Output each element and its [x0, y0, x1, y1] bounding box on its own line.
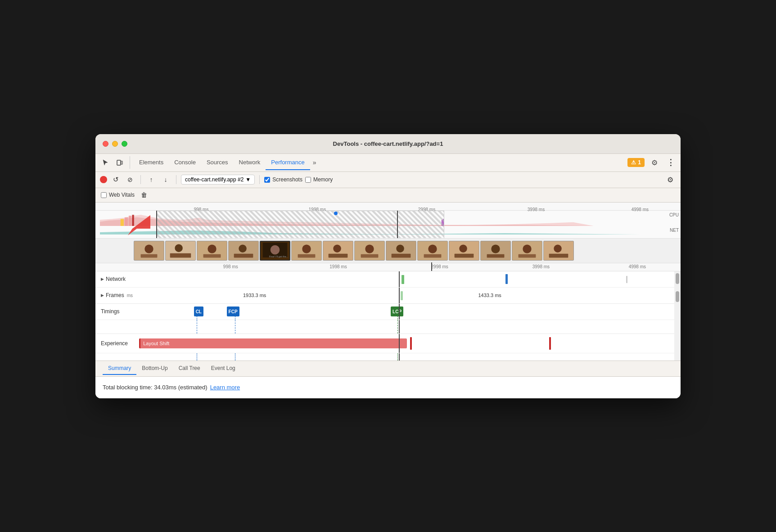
timings-track-label[interactable]: Timings: [95, 308, 134, 315]
screenshot-thumb-6[interactable]: [291, 241, 322, 261]
network-bar-1: [402, 275, 404, 284]
tab-network[interactable]: Network: [234, 155, 266, 170]
selection-start-line: [156, 211, 157, 239]
experience-track-content: Layout Shift: [134, 334, 681, 353]
screenshot-thumb-13[interactable]: [512, 241, 542, 261]
screenshot-thumb-8[interactable]: [354, 241, 385, 261]
devtools-tab-bar: Elements Console Sources Network Perform…: [95, 154, 681, 172]
maximize-button[interactable]: [122, 141, 127, 147]
tab-event-log[interactable]: Event Log: [206, 362, 241, 375]
screenshot-thumb-1[interactable]: [134, 241, 164, 261]
overview-panel[interactable]: 998 ms 1998 ms 2998 ms 3998 ms 4998 ms: [95, 203, 681, 239]
web-vitals-checkbox[interactable]: [101, 192, 107, 198]
tab-bottom-up[interactable]: Bottom-Up: [136, 362, 173, 375]
svg-point-27: [302, 244, 311, 253]
timings-extension-content: [134, 320, 681, 334]
screenshots-checkbox[interactable]: [264, 177, 270, 183]
scrollbar-thumb-frames[interactable]: [676, 291, 679, 302]
svg-rect-21: [234, 253, 253, 257]
layout-shift-bar[interactable]: Layout Shift: [139, 338, 407, 348]
scrollbar-thumb-network[interactable]: [676, 273, 679, 284]
issues-count: 1: [638, 159, 641, 166]
screenshot-thumb-10[interactable]: [417, 241, 448, 261]
svg-rect-12: [141, 254, 158, 257]
exp-selection-line: [399, 334, 400, 353]
experience-track-label[interactable]: Experience: [95, 340, 134, 347]
frames-selection-line: [399, 288, 400, 303]
frames-expand-icon[interactable]: ▶: [101, 293, 104, 298]
svg-point-42: [459, 244, 467, 252]
frames-label-text: Frames: [106, 292, 124, 298]
profile-selector[interactable]: coffee-cart.netlify.app #2 ▼: [181, 175, 255, 185]
svg-point-14: [175, 244, 182, 252]
svg-rect-37: [392, 253, 411, 257]
timing-badge-fcp[interactable]: FCP: [227, 307, 239, 316]
screenshots-strip: .coffee-thumb { width: 68px; height: 44p…: [95, 239, 681, 263]
screenshots-label: Screenshots: [272, 176, 302, 183]
exp-label-spacer: [95, 353, 134, 361]
tab-performance[interactable]: Performance: [266, 155, 310, 170]
cl-dashed-line: [197, 314, 197, 320]
track-area: ▶ Network ▶ Frames: [95, 271, 681, 361]
settings-icon[interactable]: ⚙: [648, 156, 661, 169]
svg-point-24: [271, 245, 280, 254]
red-arrow-indicator: [128, 213, 153, 237]
web-vitals-trash-icon[interactable]: 🗑: [138, 189, 150, 201]
toolbar-separator-1: [140, 175, 141, 184]
screenshot-thumb-3[interactable]: [197, 241, 227, 261]
issues-badge[interactable]: ⚠ 1: [627, 158, 645, 167]
tab-summary[interactable]: Summary: [103, 362, 136, 375]
network-expand-icon[interactable]: ▶: [101, 277, 104, 281]
screenshot-thumb-11[interactable]: [449, 241, 479, 261]
svg-point-48: [523, 244, 531, 253]
timings-track-row: Timings CL FCP LCP: [95, 304, 681, 320]
tab-sources[interactable]: Sources: [201, 155, 234, 170]
svg-marker-3: [128, 229, 137, 235]
tab-elements[interactable]: Elements: [134, 155, 169, 170]
record-button[interactable]: [100, 176, 107, 183]
tab-console[interactable]: Console: [169, 155, 201, 170]
screenshot-thumb-9[interactable]: [386, 241, 416, 261]
frames-track-label[interactable]: ▶ Frames ms: [95, 292, 134, 298]
download-button[interactable]: ↓: [160, 174, 171, 185]
tab-call-tree[interactable]: Call Tree: [173, 362, 206, 375]
vertical-scrollbar[interactable]: [674, 271, 681, 361]
minimize-button[interactable]: [112, 141, 118, 147]
screenshot-thumb-4[interactable]: [228, 241, 259, 261]
svg-rect-1: [121, 161, 122, 164]
timings-extension-row: [95, 320, 681, 334]
learn-more-link[interactable]: Learn more: [210, 384, 240, 391]
timeline-area: 998 ms 1998 ms 2998 ms 3998 ms 4998 ms: [95, 203, 681, 361]
title-bar: DevTools - coffee-cart.netlify.app/?ad=1: [95, 134, 681, 154]
network-track-label[interactable]: ▶ Network: [95, 276, 134, 282]
more-tabs-icon[interactable]: »: [310, 157, 319, 168]
fcp-dashed-ext: [235, 320, 235, 334]
screenshot-thumb-7[interactable]: [323, 241, 353, 261]
screenshot-thumb-5-selected[interactable]: Fine! I'll get the...: [260, 241, 290, 261]
devtools-window: DevTools - coffee-cart.netlify.app/?ad=1…: [95, 134, 681, 398]
network-bar-2: [505, 274, 508, 284]
performance-settings-icon[interactable]: ⚙: [664, 174, 676, 185]
experience-track-row: Experience Layout Shift: [95, 334, 681, 353]
web-vitals-checkbox-label[interactable]: Web Vitals: [101, 192, 135, 198]
more-options-icon[interactable]: ⋮: [664, 156, 677, 169]
svg-rect-15: [170, 253, 191, 257]
svg-point-17: [208, 244, 216, 253]
screenshot-thumb-14[interactable]: [543, 241, 574, 261]
cursor-icon[interactable]: [99, 156, 112, 169]
clear-button[interactable]: ⊘: [124, 174, 136, 185]
upload-button[interactable]: ↑: [145, 174, 157, 185]
close-button[interactable]: [103, 141, 108, 147]
memory-checkbox[interactable]: [305, 177, 311, 183]
bottom-ruler-mark-5: 4998 ms: [629, 264, 646, 269]
reload-button[interactable]: ↺: [110, 174, 122, 185]
device-icon[interactable]: [113, 156, 126, 169]
timeline-selection-overlay[interactable]: [156, 211, 444, 239]
bottom-ruler-mark-4: 3998 ms: [532, 264, 550, 269]
timing-badge-cl[interactable]: CL: [194, 307, 203, 316]
screenshot-thumb-12[interactable]: [480, 241, 511, 261]
memory-checkbox-label[interactable]: Memory: [305, 176, 333, 183]
screenshots-checkbox-label[interactable]: Screenshots: [264, 176, 302, 183]
screenshot-thumb-2[interactable]: [165, 241, 196, 261]
cl-dashed-ext: [197, 320, 197, 334]
